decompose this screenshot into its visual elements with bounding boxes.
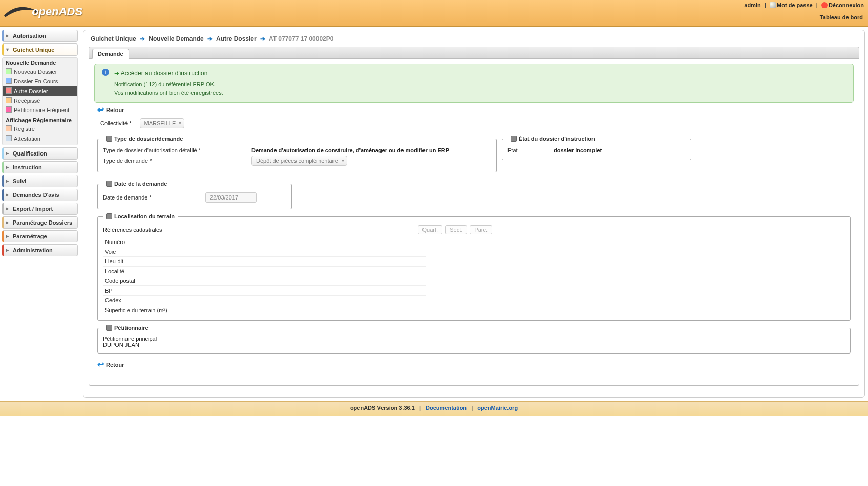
loc-field-label: Lieu-dit <box>103 257 426 267</box>
password-link[interactable]: Mot de passe <box>770 2 813 8</box>
current-user: admin <box>744 2 760 8</box>
tab-body: i ➔ Accéder au dossier d'instruction Not… <box>89 59 859 386</box>
submenu-title-nouvelle-demande: Nouvelle Demande <box>3 58 77 67</box>
refcad-label: Références cadastrales <box>103 227 162 233</box>
collapse-icon[interactable] <box>106 325 112 331</box>
tdd-value-1: Demande d'autorisation de construire, d'… <box>251 147 449 153</box>
loc-field-label: Code postal <box>103 276 426 286</box>
loc-field-label: Voie <box>103 247 426 257</box>
crumb-3[interactable]: Autre Dossier <box>216 35 257 42</box>
petitionnaire-principal-label: Pétitionnaire principal <box>103 336 845 342</box>
doc-icon <box>6 78 12 84</box>
footer-openmairie-link[interactable]: openMairie.org <box>477 405 518 411</box>
sidebar-item-autorisation[interactable]: Autorisation <box>2 30 78 42</box>
btn-parc[interactable]: Parc. <box>470 225 492 234</box>
footer-version: openADS Version 3.36.1 <box>350 405 415 411</box>
type-demande-select[interactable]: Dépôt de pièces complémentaire <box>251 156 347 166</box>
submenu-item[interactable]: Attestation <box>3 134 77 144</box>
retour-top[interactable]: ↩ Retour <box>97 106 854 114</box>
sidebar-item-guichet[interactable]: Guichet Unique <box>2 43 78 56</box>
sidebar-item-instruction[interactable]: Instruction <box>2 161 78 173</box>
loc-field-label: Numéro <box>103 237 426 247</box>
loc-field-label: Cedex <box>103 296 426 305</box>
collectivite-label: Collectivité * <box>100 120 132 126</box>
sidebar-item-export-import[interactable]: Export / Import <box>2 203 78 215</box>
date-input[interactable]: 22/03/2017 <box>205 192 257 203</box>
submenu-item[interactable]: Dossier En Cours <box>3 77 77 86</box>
fieldset-type-dossier: Type de dossier/demande Type de dossier … <box>97 136 497 172</box>
sidebar-submenu-guichet: Nouvelle Demande Nouveau DossierDossier … <box>2 57 78 145</box>
power-icon <box>821 2 828 8</box>
loc-field-label: BP <box>103 286 426 296</box>
collapse-icon[interactable] <box>106 181 112 187</box>
btn-quart[interactable]: Quart. <box>418 225 443 234</box>
goto-dossier-link[interactable]: Accéder au dossier d'instruction <box>121 70 208 77</box>
back-arrow-icon: ↩ <box>97 106 104 114</box>
collapse-icon[interactable] <box>106 136 112 142</box>
footer-doc-link[interactable]: Documentation <box>426 405 467 411</box>
etat-value: dossier incomplet <box>554 147 602 153</box>
doc-icon <box>6 125 12 131</box>
sidebar-item-param-dossiers[interactable]: Paramétrage Dossiers <box>2 216 78 229</box>
back-arrow-icon: ↩ <box>97 361 104 369</box>
btn-sect[interactable]: Sect. <box>445 225 467 234</box>
tab-demande[interactable]: Demande <box>92 49 129 59</box>
crumb-2[interactable]: Nouvelle Demande <box>149 35 203 42</box>
doc-icon <box>6 106 12 113</box>
doc-icon <box>6 87 12 94</box>
msg-line-2: Vos modifications ont bien été enregistr… <box>114 89 846 97</box>
dashboard-link[interactable]: Tableau de bord <box>820 14 863 20</box>
loc-field-label: Superficie du terrain (m²) <box>103 305 426 315</box>
breadcrumb: Guichet Unique ➔ Nouvelle Demande ➔ Autr… <box>89 34 859 47</box>
submenu-item[interactable]: Autre Dossier <box>3 86 77 96</box>
key-icon <box>770 2 776 8</box>
crumb-4: AT 077077 17 00002P0 <box>269 35 334 42</box>
doc-icon <box>6 68 12 74</box>
sidebar-item-demandes-avis[interactable]: Demandes D'avis <box>2 189 78 201</box>
sidebar-item-administration[interactable]: Administration <box>2 244 78 256</box>
top-header: openADS admin | Mot de passe | Déconnexi… <box>0 0 868 27</box>
retour-bottom[interactable]: ↩ Retour <box>97 361 854 369</box>
sidebar-item-qualification[interactable]: Qualification <box>2 147 78 160</box>
localisation-grid: NuméroVoieLieu-ditLocalitéCode postalBPC… <box>103 237 426 315</box>
tdd-label-1: Type de dossier d'autorisation détaillé … <box>103 147 246 153</box>
fieldset-etat-dossier: État du dossier d'instruction Etatdossie… <box>502 136 691 160</box>
msg-line-1: Notification (112) du référentiel ERP OK… <box>114 81 846 89</box>
doc-icon <box>6 135 12 141</box>
etat-label: Etat <box>507 147 548 153</box>
submenu-item[interactable]: Registre <box>3 124 77 134</box>
sidebar-item-suivi[interactable]: Suivi <box>2 175 78 187</box>
sidebar-item-parametrage[interactable]: Paramétrage <box>2 230 78 242</box>
app-logo: openADS <box>3 1 93 19</box>
collapse-icon[interactable] <box>106 213 112 219</box>
logout-link[interactable]: Déconnexion <box>821 2 864 8</box>
info-icon: i <box>102 69 109 76</box>
collapse-icon[interactable] <box>511 136 517 142</box>
chevron-right-icon: ➔ <box>207 35 213 42</box>
doc-icon <box>6 97 12 103</box>
header-actions: admin | Mot de passe | Déconnexion <box>744 2 864 9</box>
date-label: Date de demande * <box>103 194 200 201</box>
sidebar: Autorisation Guichet Unique Nouvelle Dem… <box>2 30 78 258</box>
footer: openADS Version 3.36.1 | Documentation |… <box>0 401 868 416</box>
fieldset-localisation: Localisation du terrain Références cadas… <box>97 213 851 321</box>
petitionnaire-name: DUPON JEAN <box>103 342 845 348</box>
crumb-1[interactable]: Guichet Unique <box>91 35 136 42</box>
fieldset-petitionnaire: Pétitionnaire Pétitionnaire principal DU… <box>97 325 851 354</box>
submenu-item[interactable]: Pétitionnaire Fréquent <box>3 105 77 115</box>
tdd-label-2: Type de demande * <box>103 158 246 164</box>
chevron-right-icon: ➔ <box>140 35 145 42</box>
tab-strip: Demande <box>89 47 859 59</box>
submenu-title-affichage-reglementaire: Affichage Réglementaire <box>3 115 77 124</box>
collectivite-select[interactable]: MARSEILLE <box>140 118 185 128</box>
submenu-item[interactable]: Nouveau Dossier <box>3 67 77 77</box>
success-message: i ➔ Accéder au dossier d'instruction Not… <box>94 64 854 103</box>
chevron-right-icon: ➔ <box>260 35 265 42</box>
arrow-right-icon: ➔ <box>114 70 119 77</box>
fieldset-date-demande: Date de la demande Date de demande *22/0… <box>97 181 292 209</box>
main-panel: Guichet Unique ➔ Nouvelle Demande ➔ Autr… <box>83 30 865 398</box>
submenu-item[interactable]: Récépissé <box>3 96 77 106</box>
loc-field-label: Localité <box>103 267 426 276</box>
